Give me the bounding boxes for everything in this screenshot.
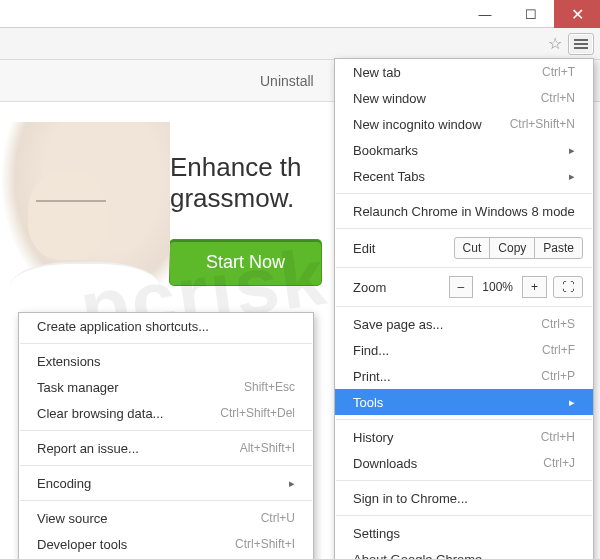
submenu-report-issue[interactable]: Report an issue...Alt+Shift+I <box>19 435 313 461</box>
menu-signin[interactable]: Sign in to Chrome... <box>335 485 593 511</box>
submenu-extensions[interactable]: Extensions <box>19 348 313 374</box>
submenu-encoding[interactable]: Encoding <box>19 470 313 496</box>
submenu-clear-data[interactable]: Clear browsing data...Ctrl+Shift+Del <box>19 400 313 426</box>
menu-settings[interactable]: Settings <box>335 520 593 546</box>
submenu-task-manager[interactable]: Task managerShift+Esc <box>19 374 313 400</box>
menu-edit-row: Edit Cut Copy Paste <box>335 233 593 263</box>
hamburger-icon <box>574 43 588 45</box>
menu-separator <box>336 419 592 420</box>
menu-separator <box>336 306 592 307</box>
menu-zoom-label: Zoom <box>353 280 386 295</box>
hero-copy: Enhance th grassmow. Start Now <box>170 122 321 312</box>
menu-downloads[interactable]: DownloadsCtrl+J <box>335 450 593 476</box>
menu-incognito[interactable]: New incognito windowCtrl+Shift+N <box>335 111 593 137</box>
submenu-create-shortcuts[interactable]: Create application shortcuts... <box>19 313 313 339</box>
menu-new-window[interactable]: New windowCtrl+N <box>335 85 593 111</box>
menu-separator <box>20 465 312 466</box>
menu-separator <box>20 500 312 501</box>
toolbar: ☆ <box>0 28 600 60</box>
zoom-percent: 100% <box>472 280 523 294</box>
menu-tools[interactable]: Tools <box>335 389 593 415</box>
bookmark-star-icon[interactable]: ☆ <box>548 34 562 53</box>
maximize-button[interactable]: ☐ <box>508 0 554 28</box>
minimize-button[interactable]: — <box>462 0 508 28</box>
window-titlebar: — ☐ ✕ <box>0 0 600 28</box>
menu-print[interactable]: Print...Ctrl+P <box>335 363 593 389</box>
menu-separator <box>336 480 592 481</box>
hero-image <box>0 122 170 312</box>
menu-recent-tabs[interactable]: Recent Tabs <box>335 163 593 189</box>
headline-2: grassmow. <box>170 183 321 214</box>
uninstall-link[interactable]: Uninstall <box>260 73 314 89</box>
menu-save-page[interactable]: Save page as...Ctrl+S <box>335 311 593 337</box>
start-now-button[interactable]: Start Now <box>170 240 321 285</box>
edit-paste-button[interactable]: Paste <box>534 237 583 259</box>
edit-copy-button[interactable]: Copy <box>489 237 535 259</box>
menu-edit-label: Edit <box>353 241 375 256</box>
edit-cut-button[interactable]: Cut <box>454 237 491 259</box>
chrome-menu-button[interactable] <box>568 33 594 55</box>
menu-separator <box>20 343 312 344</box>
chrome-main-menu: New tabCtrl+T New windowCtrl+N New incog… <box>334 58 594 559</box>
zoom-out-button[interactable]: – <box>449 276 474 298</box>
menu-separator <box>336 228 592 229</box>
menu-history[interactable]: HistoryCtrl+H <box>335 424 593 450</box>
menu-find[interactable]: Find...Ctrl+F <box>335 337 593 363</box>
submenu-dev-tools[interactable]: Developer toolsCtrl+Shift+I <box>19 531 313 557</box>
tools-submenu: Create application shortcuts... Extensio… <box>18 312 314 559</box>
menu-separator <box>20 430 312 431</box>
headline-1: Enhance th <box>170 152 321 183</box>
menu-new-tab[interactable]: New tabCtrl+T <box>335 59 593 85</box>
menu-about[interactable]: About Google Chrome <box>335 546 593 559</box>
close-button[interactable]: ✕ <box>554 0 600 28</box>
menu-zoom-row: Zoom – 100% + ⛶ <box>335 272 593 302</box>
menu-separator <box>336 267 592 268</box>
zoom-in-button[interactable]: + <box>522 276 547 298</box>
menu-bookmarks[interactable]: Bookmarks <box>335 137 593 163</box>
fullscreen-button[interactable]: ⛶ <box>553 276 583 298</box>
menu-separator <box>336 515 592 516</box>
menu-separator <box>336 193 592 194</box>
menu-relaunch-win8[interactable]: Relaunch Chrome in Windows 8 mode <box>335 198 593 224</box>
submenu-view-source[interactable]: View sourceCtrl+U <box>19 505 313 531</box>
